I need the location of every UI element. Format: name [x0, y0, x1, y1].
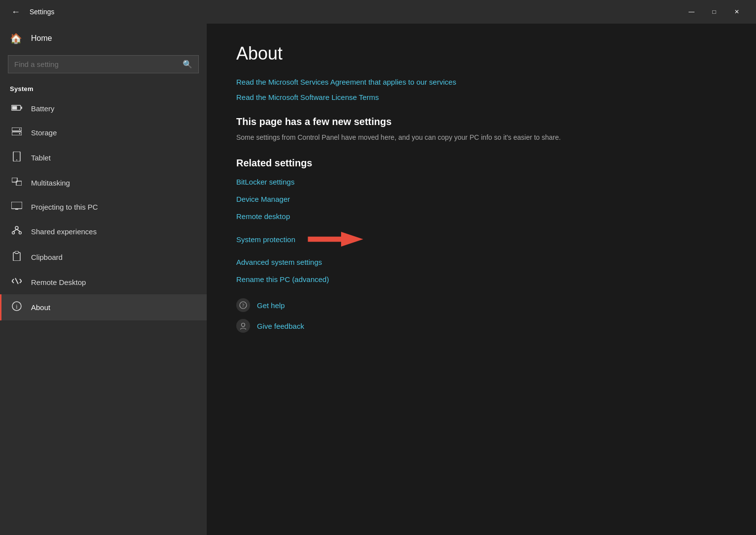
clipboard-icon — [11, 251, 22, 263]
tablet-icon — [11, 152, 22, 164]
search-input[interactable] — [14, 60, 183, 68]
get-help-label: Get help — [257, 301, 285, 310]
sidebar-item-battery[interactable]: Battery — [0, 96, 207, 121]
svg-point-32 — [242, 323, 245, 327]
system-protection-link[interactable]: System protection — [236, 235, 295, 244]
svg-text:?: ? — [242, 303, 245, 308]
svg-point-14 — [15, 226, 18, 229]
system-protection-row: System protection — [236, 229, 726, 249]
svg-rect-2 — [12, 106, 17, 110]
give-feedback-item[interactable]: Give feedback — [236, 319, 726, 333]
svg-line-25 — [20, 281, 22, 283]
projecting-icon — [11, 202, 22, 212]
window-controls: — □ ✕ — [680, 4, 748, 20]
svg-point-8 — [16, 159, 17, 160]
sidebar-item-about[interactable]: i About — [0, 294, 207, 320]
bottom-links: ? Get help Give feedback — [236, 298, 726, 333]
related-settings-section: Related settings BitLocker settings Devi… — [236, 157, 726, 283]
sidebar-item-projecting[interactable]: Projecting to this PC — [0, 195, 207, 219]
sidebar-item-shared[interactable]: Shared experiences — [0, 219, 207, 244]
new-settings-section: This page has a few new settings Some se… — [236, 116, 726, 143]
restore-button[interactable]: □ — [703, 4, 725, 20]
msl-link[interactable]: Read the Microsoft Software License Term… — [236, 93, 726, 101]
shared-icon — [11, 226, 22, 237]
get-help-item[interactable]: ? Get help — [236, 298, 726, 312]
svg-rect-12 — [15, 209, 18, 210]
sidebar-item-remotedesktop[interactable]: Remote Desktop — [0, 270, 207, 294]
get-help-icon: ? — [236, 298, 250, 312]
about-icon: i — [11, 301, 22, 314]
about-label: About — [31, 303, 50, 312]
sidebar-item-storage[interactable]: Storage — [0, 121, 207, 145]
title-bar: ← Settings — □ ✕ — [0, 0, 756, 24]
svg-line-18 — [17, 229, 20, 232]
svg-line-17 — [13, 229, 17, 232]
rename-pc-link[interactable]: Rename this PC (advanced) — [236, 275, 726, 283]
remotedesktop-label: Remote Desktop — [31, 278, 86, 286]
minimize-button[interactable]: — — [680, 4, 703, 20]
app-title: Settings — [30, 8, 55, 16]
battery-label: Battery — [31, 104, 55, 113]
system-protection-arrow — [304, 229, 363, 249]
battery-icon — [11, 103, 22, 114]
content-area: About Read the Microsoft Services Agreem… — [207, 24, 756, 535]
svg-point-6 — [19, 133, 20, 134]
related-settings-title: Related settings — [236, 157, 726, 169]
new-settings-title: This page has a few new settings — [236, 116, 726, 127]
clipboard-label: Clipboard — [31, 253, 63, 261]
tablet-label: Tablet — [31, 154, 51, 162]
svg-text:i: i — [16, 303, 18, 310]
msa-link[interactable]: Read the Microsoft Services Agreement th… — [236, 78, 726, 86]
give-feedback-icon — [236, 319, 250, 333]
device-manager-link[interactable]: Device Manager — [236, 195, 726, 203]
svg-line-26 — [15, 278, 18, 284]
multitasking-label: Multitasking — [31, 179, 70, 187]
sidebar-item-clipboard[interactable]: Clipboard — [0, 244, 207, 270]
page-title: About — [236, 43, 726, 64]
remote-desktop-link[interactable]: Remote desktop — [236, 212, 726, 220]
new-settings-description: Some settings from Control Panel have mo… — [236, 132, 591, 143]
svg-rect-11 — [11, 202, 22, 209]
remotedesktop-icon — [11, 277, 22, 287]
svg-point-5 — [19, 128, 20, 129]
projecting-label: Projecting to this PC — [31, 203, 98, 211]
svg-rect-1 — [21, 107, 22, 109]
home-icon: 🏠 — [10, 32, 22, 44]
sidebar-item-tablet[interactable]: Tablet — [0, 145, 207, 171]
svg-point-16 — [19, 232, 22, 234]
search-box[interactable]: 🔍 — [8, 55, 199, 73]
bitlocker-link[interactable]: BitLocker settings — [236, 178, 726, 186]
advanced-system-link[interactable]: Advanced system settings — [236, 258, 726, 266]
svg-point-15 — [12, 232, 15, 234]
sidebar-home-label: Home — [31, 34, 52, 43]
main-container: 🏠 Home 🔍 System Battery Storage — [0, 24, 756, 535]
close-button[interactable]: ✕ — [725, 4, 748, 20]
sidebar-item-multitasking[interactable]: Multitasking — [0, 171, 207, 195]
search-icon: 🔍 — [183, 60, 192, 69]
multitasking-icon — [11, 178, 22, 188]
sidebar-item-home[interactable]: 🏠 Home — [0, 24, 207, 53]
back-button[interactable]: ← — [8, 4, 24, 20]
svg-marker-29 — [308, 232, 364, 247]
svg-line-23 — [12, 281, 14, 283]
storage-label: Storage — [31, 128, 57, 137]
sidebar: 🏠 Home 🔍 System Battery Storage — [0, 24, 207, 535]
storage-icon — [11, 127, 22, 138]
shared-label: Shared experiences — [31, 227, 96, 236]
svg-rect-21 — [15, 252, 18, 253]
give-feedback-label: Give feedback — [257, 322, 304, 330]
sidebar-section-system: System — [0, 81, 207, 96]
